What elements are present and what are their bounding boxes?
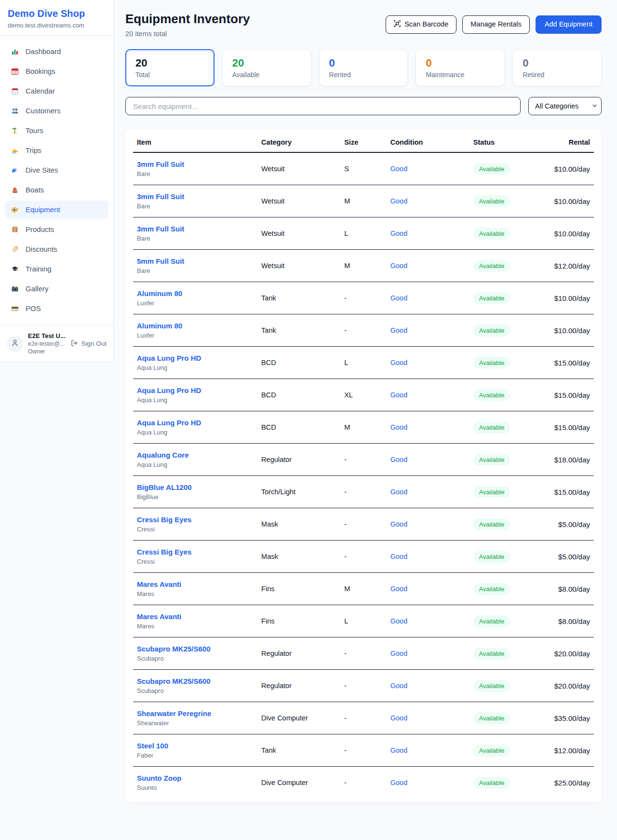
stat-card-rented[interactable]: 0 Rented xyxy=(319,49,408,86)
stat-card-available[interactable]: 20 Available xyxy=(222,49,311,86)
svg-text:17: 17 xyxy=(13,70,17,74)
category-select[interactable]: All Categories xyxy=(528,97,602,115)
sidebar-item-boats[interactable]: Boats xyxy=(5,181,108,199)
sidebar-item-gallery[interactable]: Gallery xyxy=(5,280,108,298)
item-category: Wetsuit xyxy=(257,152,340,185)
col-header-rental: Rental xyxy=(538,131,594,152)
item-name-link[interactable]: Aqua Lung Pro HD xyxy=(137,419,201,427)
sidebar-item-customers[interactable]: Customers xyxy=(5,102,108,120)
item-name-link[interactable]: 5mm Full Suit xyxy=(137,257,184,265)
status-badge: Available xyxy=(473,228,510,240)
sidebar-item-dive-sites[interactable]: Dive Sites xyxy=(5,161,108,179)
item-condition-link[interactable]: Good xyxy=(390,359,407,366)
item-condition-link[interactable]: Good xyxy=(390,197,407,205)
sidebar-item-pos[interactable]: POS xyxy=(5,299,108,317)
customers-icon xyxy=(11,107,19,115)
item-name-link[interactable]: Shearwater Peregrine xyxy=(137,709,211,718)
item-name-link[interactable]: Aqua Lung Pro HD xyxy=(137,386,201,394)
sidebar-item-label: Trips xyxy=(26,146,41,154)
stat-card-total[interactable]: 20 Total xyxy=(125,49,215,86)
sidebar-item-discounts[interactable]: Discounts xyxy=(5,240,108,258)
sidebar-item-calendar[interactable]: Calendar xyxy=(5,82,108,100)
status-badge: Available xyxy=(473,486,510,498)
col-header-category: Category xyxy=(257,131,340,152)
item-rental: $18.00/day xyxy=(538,444,594,476)
table-row: 3mm Full Suit Bare Wetsuit M Good Availa… xyxy=(133,185,594,217)
item-condition-link[interactable]: Good xyxy=(390,488,407,496)
item-rental: $8.00/day xyxy=(538,605,594,637)
item-condition-link[interactable]: Good xyxy=(390,520,407,528)
sidebar-item-dashboard[interactable]: Dashboard xyxy=(5,42,108,60)
sidebar-item-label: Calendar xyxy=(26,87,55,95)
search-input[interactable] xyxy=(125,97,521,115)
item-name-link[interactable]: Suunto Zoop xyxy=(137,774,181,782)
status-badge: Available xyxy=(473,551,510,563)
sidebar-item-training[interactable]: Training xyxy=(5,260,108,278)
stat-card-retired[interactable]: 0 Retired xyxy=(512,49,602,86)
item-name-link[interactable]: Aqualung Core xyxy=(137,451,189,459)
item-condition-link[interactable]: Good xyxy=(390,746,407,754)
item-condition-link[interactable]: Good xyxy=(390,553,407,560)
table-row: Suunto Zoop Suunto Dive Computer - Good … xyxy=(133,767,594,799)
stat-card-maintenance[interactable]: 0 Maintenance xyxy=(416,49,505,86)
item-name-link[interactable]: Steel 100 xyxy=(137,742,168,750)
item-name-link[interactable]: Aluminum 80 xyxy=(137,322,182,330)
sidebar-item-label: POS xyxy=(26,304,41,312)
sidebar-item-trips[interactable]: Trips xyxy=(5,141,108,159)
stat-label: Total xyxy=(135,71,204,79)
page-title: Equipment Inventory xyxy=(125,12,250,27)
item-condition-link[interactable]: Good xyxy=(390,585,407,593)
item-name-link[interactable]: Cressi Big Eyes xyxy=(137,515,191,524)
item-name-link[interactable]: Mares Avanti xyxy=(137,612,181,621)
item-name-link[interactable]: 3mm Full Suit xyxy=(137,160,184,168)
item-condition-link[interactable]: Good xyxy=(390,391,407,399)
item-name-link[interactable]: Cressi Big Eyes xyxy=(137,548,191,556)
scan-barcode-button[interactable]: Scan Barcode xyxy=(386,15,456,34)
add-equipment-button[interactable]: Add Equipment xyxy=(536,15,602,34)
item-size: - xyxy=(340,508,387,541)
item-condition-link[interactable]: Good xyxy=(390,294,407,302)
item-name-link[interactable]: Aqua Lung Pro HD xyxy=(137,354,201,362)
item-rental: $15.00/day xyxy=(538,476,594,508)
item-condition-link[interactable]: Good xyxy=(390,262,407,270)
item-condition-link[interactable]: Good xyxy=(390,650,407,657)
item-condition-link[interactable]: Good xyxy=(390,423,407,431)
item-category: BCD xyxy=(257,411,340,444)
wave-icon xyxy=(11,166,19,174)
item-brand: Scubapro xyxy=(137,655,254,662)
item-brand: Bare xyxy=(137,170,254,177)
item-category: Wetsuit xyxy=(257,217,340,250)
item-size: - xyxy=(340,476,387,508)
sidebar-item-bookings[interactable]: 17 Bookings xyxy=(5,62,108,80)
item-condition-link[interactable]: Good xyxy=(390,326,407,334)
status-badge: Available xyxy=(473,712,510,724)
item-category: Dive Computer xyxy=(257,702,340,734)
item-condition-link[interactable]: Good xyxy=(390,682,407,690)
items-total-subtitle: 20 items total xyxy=(125,30,250,38)
item-size: - xyxy=(340,767,387,799)
manage-rentals-button[interactable]: Manage Rentals xyxy=(462,15,530,34)
sign-out-button[interactable]: Sign Out xyxy=(71,339,107,348)
item-name-link[interactable]: Aluminum 80 xyxy=(137,289,182,298)
stat-label: Rented xyxy=(329,71,398,79)
item-name-link[interactable]: 3mm Full Suit xyxy=(137,225,184,233)
item-name-link[interactable]: BigBlue AL1200 xyxy=(137,483,192,491)
item-condition-link[interactable]: Good xyxy=(390,165,407,173)
sidebar-item-products[interactable]: Products xyxy=(5,220,108,238)
sidebar-item-tours[interactable]: Tours xyxy=(5,122,108,139)
item-name-link[interactable]: 3mm Full Suit xyxy=(137,192,184,201)
status-badge: Available xyxy=(473,615,510,627)
item-condition-link[interactable]: Good xyxy=(390,617,407,625)
item-condition-link[interactable]: Good xyxy=(390,779,407,786)
item-name-link[interactable]: Scubapro MK25/S600 xyxy=(137,645,211,653)
user-name: E2E Test U... xyxy=(28,332,66,339)
item-condition-link[interactable]: Good xyxy=(390,714,407,722)
item-name-link[interactable]: Scubapro MK25/S600 xyxy=(137,677,211,685)
item-condition-link[interactable]: Good xyxy=(390,456,407,463)
item-size: XL xyxy=(340,379,387,411)
item-size: L xyxy=(340,605,387,637)
table-row: Mares Avanti Mares Fins M Good Available… xyxy=(133,573,594,605)
item-condition-link[interactable]: Good xyxy=(390,230,407,237)
item-name-link[interactable]: Mares Avanti xyxy=(137,580,181,588)
sidebar-item-equipment[interactable]: Equipment xyxy=(5,201,108,218)
